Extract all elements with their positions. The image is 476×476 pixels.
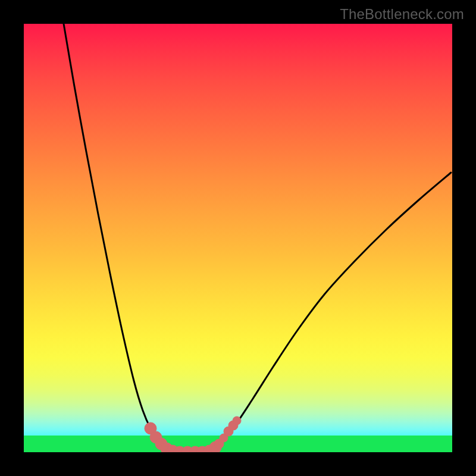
plot-area [24, 24, 452, 452]
bottleneck-line [64, 24, 451, 452]
watermark-label: TheBottleneck.com [340, 6, 464, 23]
data-marker [233, 416, 241, 425]
bottleneck-curve [24, 24, 452, 452]
chart-frame: TheBottleneck.com [0, 0, 476, 476]
